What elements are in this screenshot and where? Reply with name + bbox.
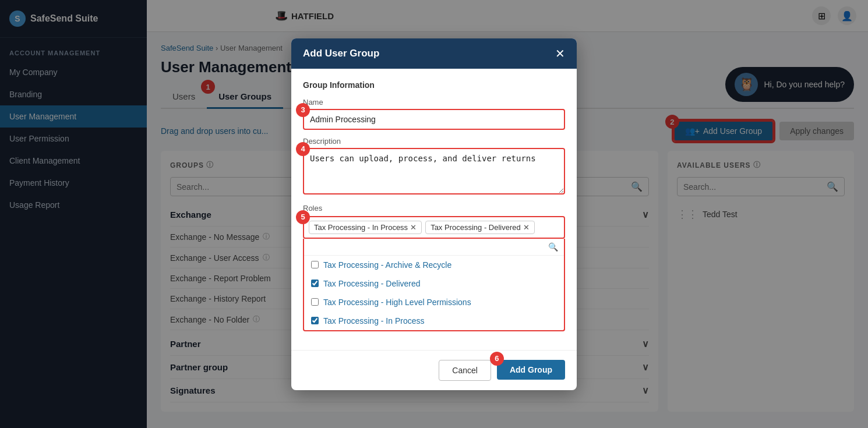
cancel-button[interactable]: Cancel xyxy=(439,360,491,381)
role-option-in-process[interactable]: Tax Processing - In Process xyxy=(304,312,564,330)
step-6: 6 xyxy=(490,352,504,366)
add-user-group-modal: Add User Group ✕ Group Information Name … xyxy=(291,38,577,390)
role-checkbox-high-level[interactable] xyxy=(311,298,319,306)
role-checkbox-in-process[interactable] xyxy=(311,317,319,324)
group-desc-textarea[interactable]: Users can upload, process, and deliver r… xyxy=(303,148,565,194)
role-tag-label: Tax Processing - In Process xyxy=(314,223,408,232)
desc-label: Description xyxy=(303,137,565,146)
role-checkbox-archive[interactable] xyxy=(311,261,319,268)
role-checkbox-delivered[interactable] xyxy=(311,280,319,287)
roles-search-box: 🔍 xyxy=(304,239,564,256)
role-option-high-level[interactable]: Tax Processing - High Level Permissions xyxy=(304,293,564,312)
roles-search-icon: 🔍 xyxy=(548,242,558,252)
add-group-modal-button[interactable]: Add Group xyxy=(497,360,565,380)
role-tag-label: Tax Processing - Delivered xyxy=(431,223,521,232)
step-3: 3 xyxy=(296,103,310,117)
step-4: 4 xyxy=(296,142,310,156)
modal-footer: Cancel 6 Add Group xyxy=(291,350,577,390)
roles-search-input[interactable] xyxy=(310,242,545,251)
role-option-label: Tax Processing - High Level Permissions xyxy=(323,298,471,307)
modal-close-button[interactable]: ✕ xyxy=(555,48,565,59)
roles-dropdown: 🔍 Tax Processing - Archive & Recycle Tax… xyxy=(303,239,565,331)
role-tag-delivered: Tax Processing - Delivered ✕ xyxy=(425,221,535,234)
role-option-label: Tax Processing - Delivered xyxy=(323,279,421,288)
role-tag-remove-delivered[interactable]: ✕ xyxy=(523,223,530,232)
modal-body: Group Information Name 3 Description 4 U… xyxy=(291,69,577,350)
name-label: Name xyxy=(303,98,565,107)
step-5: 5 xyxy=(296,210,310,224)
role-option-label: Tax Processing - In Process xyxy=(323,316,425,326)
modal-header: Add User Group ✕ xyxy=(291,38,577,69)
role-tag-remove-in-process[interactable]: ✕ xyxy=(410,223,417,232)
role-option-archive[interactable]: Tax Processing - Archive & Recycle xyxy=(304,256,564,274)
roles-tags: Tax Processing - In Process ✕ Tax Proces… xyxy=(303,216,565,239)
roles-label: Roles xyxy=(303,204,565,213)
modal-overlay: Add User Group ✕ Group Information Name … xyxy=(0,0,868,428)
role-option-delivered[interactable]: Tax Processing - Delivered xyxy=(304,274,564,293)
group-name-input[interactable] xyxy=(303,109,565,130)
modal-title: Add User Group xyxy=(303,48,379,59)
roles-dropdown-list: Tax Processing - Archive & Recycle Tax P… xyxy=(304,256,564,330)
role-option-label: Tax Processing - Archive & Recycle xyxy=(323,260,451,270)
role-tag-in-process: Tax Processing - In Process ✕ xyxy=(309,221,422,234)
modal-section-title: Group Information xyxy=(303,80,565,90)
